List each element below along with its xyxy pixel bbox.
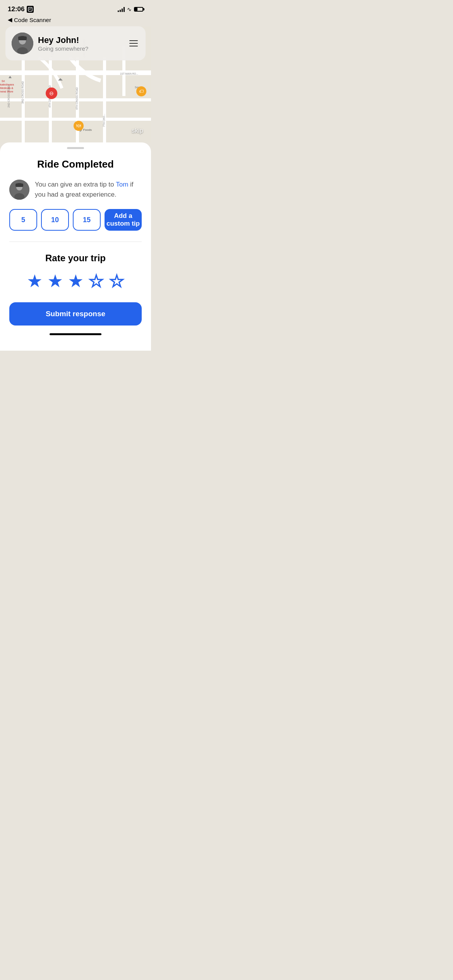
star-3[interactable]: ★ <box>68 272 84 290</box>
signal-icon <box>118 7 125 12</box>
header-text: Hey John! Going somewhere? <box>38 35 88 52</box>
svg-rect-37 <box>15 183 23 187</box>
battery-icon <box>134 7 143 12</box>
star-4[interactable]: ☆ <box>88 272 104 290</box>
driver-message: You can give an extra tip to Tom if you … <box>35 180 142 199</box>
skip-button[interactable]: skip <box>132 127 143 135</box>
header-card: Hey John! Going somewhere? <box>5 26 146 60</box>
tip-button-15[interactable]: 15 <box>73 209 101 231</box>
svg-rect-2 <box>29 9 31 10</box>
star-2[interactable]: ★ <box>47 272 63 290</box>
tip-button-5[interactable]: 5 <box>9 209 37 231</box>
tip-options-row: 5 10 15 Add a custom tip <box>9 209 142 231</box>
star-rating-row[interactable]: ★ ★ ★ ☆ ☆ <box>9 272 142 290</box>
id-icon <box>27 6 34 13</box>
status-bar: 12:06 ∿ <box>0 0 151 15</box>
greeting-text: Hey John! <box>38 35 88 45</box>
sheet-handle <box>67 147 84 149</box>
svg-text:6TH CROSS ROAD: 6TH CROSS ROAD <box>76 87 78 110</box>
custom-tip-button[interactable]: Add a custom tip <box>105 209 142 231</box>
driver-name: Tom <box>116 181 128 188</box>
back-button[interactable]: ◀ Code Scanner <box>8 16 51 23</box>
driver-avatar <box>9 180 29 200</box>
header-card-left: Hey John! Going somewhere? <box>12 33 88 54</box>
back-arrow-icon: ◀ <box>8 16 12 23</box>
red-location-marker: ⊖ <box>46 87 57 99</box>
status-right: ∿ <box>118 6 143 12</box>
svg-rect-32 <box>18 36 27 40</box>
section-divider <box>9 242 142 242</box>
svg-text:3RD CROSS ROAD: 3RD CROSS ROAD <box>21 81 24 104</box>
map-area: T CROSS ROAD CROSS ROAD 3RD CROSS ROAD 4… <box>0 26 151 142</box>
svg-text:7TH CRO...: 7TH CRO... <box>103 114 105 127</box>
driver-avatar-img <box>9 180 29 200</box>
poi-marker-1: 🏷 <box>136 86 146 96</box>
svg-text:kateshwara: kateshwara <box>0 83 14 86</box>
back-label: Code Scanner <box>14 17 51 23</box>
user-avatar-img <box>12 33 33 54</box>
subtitle-text: Going somewhere? <box>38 45 88 52</box>
svg-text:neral Store: neral Store <box>0 90 13 93</box>
submit-response-button[interactable]: Submit response <box>9 302 142 326</box>
menu-icon <box>129 40 138 41</box>
status-time: 12:06 <box>8 5 24 13</box>
svg-text:Sri: Sri <box>2 80 5 82</box>
ride-completed-title: Ride Completed <box>9 158 142 170</box>
tip-button-10[interactable]: 10 <box>41 209 69 231</box>
svg-rect-1 <box>29 9 31 9</box>
menu-icon <box>129 46 138 46</box>
menu-button[interactable] <box>128 39 139 48</box>
wifi-icon: ∿ <box>127 6 132 12</box>
user-avatar <box>12 33 33 54</box>
status-left: 12:06 <box>8 5 34 13</box>
bottom-sheet: Ride Completed You can give an extra tip… <box>0 142 151 351</box>
home-indicator <box>50 333 101 335</box>
rate-trip-title: Rate your trip <box>9 253 142 264</box>
menu-icon <box>129 43 138 44</box>
star-5[interactable]: ☆ <box>109 272 125 290</box>
driver-tip-section: You can give an extra tip to Tom if you … <box>9 180 142 200</box>
svg-text:1ST MAIN RO...: 1ST MAIN RO... <box>120 72 138 75</box>
back-nav: ◀ Code Scanner <box>0 15 151 26</box>
svg-text:Medicals &: Medicals & <box>0 87 14 89</box>
poi-marker-2: 🍽 <box>74 121 84 131</box>
star-1[interactable]: ★ <box>27 272 43 290</box>
